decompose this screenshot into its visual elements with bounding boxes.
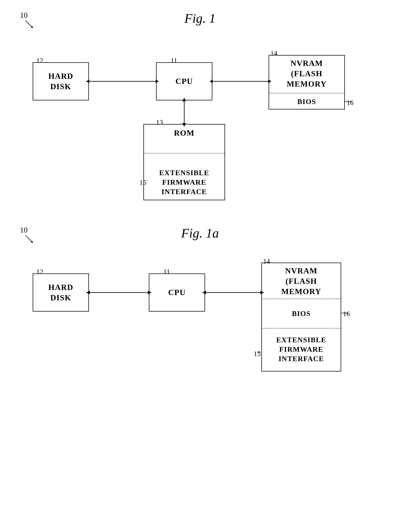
fig1a-bios-ref: 16 bbox=[343, 310, 350, 318]
fig1-cpu-label: CPU bbox=[175, 76, 193, 86]
fig1-nvram-box: NVRAM (FLASH MEMORY BIOS bbox=[269, 55, 345, 109]
svg-line-14 bbox=[25, 235, 32, 242]
fig1-bios-ref: 16 bbox=[347, 99, 354, 107]
fig1a-nvram-top-label: NVRAM (FLASH MEMORY bbox=[281, 266, 321, 297]
fig1-corner-ref: 10 bbox=[20, 11, 34, 30]
fig1-nvram-top-label: NVRAM (FLASH MEMORY bbox=[287, 58, 327, 89]
fig1a-efi-ref: 15 bbox=[254, 350, 261, 358]
fig1-rom-label: ROM bbox=[174, 128, 194, 138]
fig1-harddisk-box: HARD DISK bbox=[33, 62, 89, 100]
fig1a-nvram-divider2 bbox=[262, 328, 341, 329]
fig1-rom-divider bbox=[144, 153, 225, 153]
fig1-cpu-box: CPU bbox=[156, 62, 212, 100]
fig1-nvram-divider bbox=[269, 93, 344, 93]
fig1a-cpu-label: CPU bbox=[168, 287, 186, 298]
fig1-efi-ref: 15 bbox=[139, 178, 146, 186]
fig1-section: 10 Fig. 1 HARD DISK 12 CPU 11 bbox=[14, 11, 386, 204]
page: 10 Fig. 1 HARD DISK 12 CPU 11 bbox=[0, 0, 400, 532]
fig1-harddisk-label: HARD DISK bbox=[48, 71, 73, 92]
fig1a-cpu-ref: 11 bbox=[163, 268, 170, 276]
fig1-diagram: HARD DISK 12 CPU 11 NVRAM (FLASH MEMORY … bbox=[33, 40, 367, 204]
corner-arrow-icon bbox=[20, 19, 34, 30]
fig1-title: Fig. 1 bbox=[14, 11, 386, 26]
fig1a-efi-label: EXTENSIBLE FIRMWARE INTERFACE bbox=[276, 335, 326, 363]
fig1-efi-label: EXTENSIBLE FIRMWARE INTERFACE bbox=[159, 168, 209, 196]
fig1-nvram-bios-label: BIOS bbox=[297, 97, 316, 106]
fig1a-section: 10 Fig. 1a HARD DISK 12 CPU 11 bbox=[14, 226, 386, 392]
fig1a-nvram-ref: 14 bbox=[263, 257, 270, 265]
fig1a-harddisk-box: HARD DISK bbox=[33, 273, 89, 311]
fig1a-nvram-divider1 bbox=[262, 299, 341, 299]
fig1-nvram-ref: 14 bbox=[270, 49, 277, 57]
fig1a-diagram: HARD DISK 12 CPU 11 NVRAM (FLASH MEMORY bbox=[33, 255, 367, 392]
svg-line-0 bbox=[25, 20, 32, 27]
fig1-rom-ref: 13 bbox=[156, 118, 163, 126]
fig1-rom-box: ROM EXTENSIBLE FIRMWARE INTERFACE bbox=[143, 124, 225, 200]
fig1a-corner-arrow-icon bbox=[20, 234, 34, 244]
fig1a-title: Fig. 1a bbox=[14, 226, 386, 241]
fig1a-corner-ref: 10 bbox=[20, 226, 34, 244]
fig1-cpu-ref: 11 bbox=[171, 57, 177, 64]
fig1a-harddisk-label: HARD DISK bbox=[48, 282, 73, 303]
fig1a-bios-label: BIOS bbox=[292, 309, 311, 318]
fig1a-nvram-box: NVRAM (FLASH MEMORY BIOS EXTENSIBLE FIRM… bbox=[261, 263, 341, 372]
fig1a-cpu-box: CPU bbox=[149, 273, 205, 311]
fig1-harddisk-ref: 12 bbox=[36, 57, 43, 64]
fig1a-harddisk-ref: 12 bbox=[36, 268, 43, 276]
